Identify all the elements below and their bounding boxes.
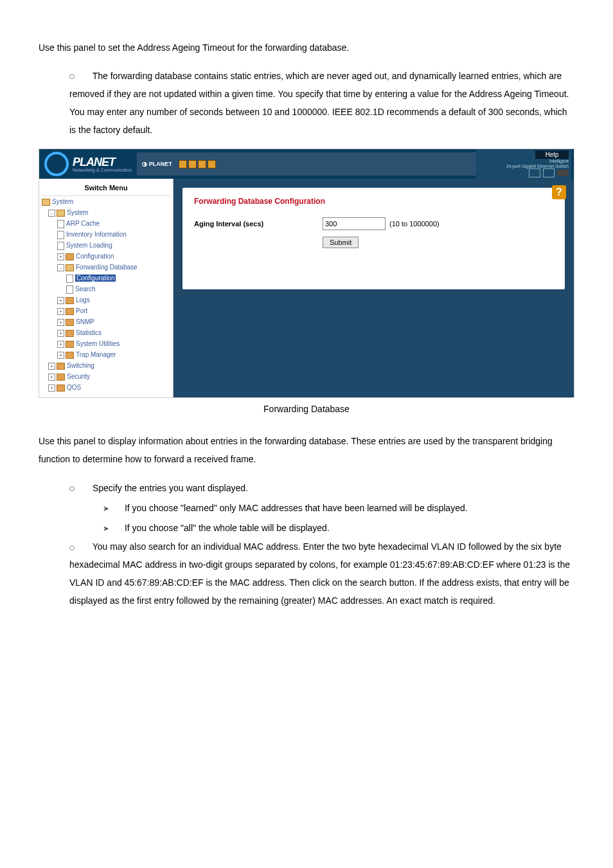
tree-security[interactable]: Security xyxy=(67,373,90,380)
bullet-mac-search: You may also search for an individual MA… xyxy=(69,538,574,610)
tree-fwd-search[interactable]: Search xyxy=(75,285,96,293)
folder-icon xyxy=(57,384,65,392)
panel-title: Forwarding Database Configuration xyxy=(194,197,553,206)
all-text: If you choose "all" the whole table will… xyxy=(122,523,330,533)
uplink-icon xyxy=(543,168,555,177)
tree-loading[interactable]: System Loading xyxy=(66,242,112,249)
expand-icon[interactable]: + xyxy=(48,363,55,370)
device-model-line1: Intelligent xyxy=(479,159,569,163)
bullet-icon xyxy=(69,486,75,491)
tree-configuration[interactable]: Configuration xyxy=(76,253,114,260)
brand-name: PLANET xyxy=(73,156,132,168)
bullet-ageing: The forwarding database contains static … xyxy=(69,67,574,139)
bullet-icon xyxy=(69,545,75,550)
page-icon xyxy=(66,275,73,283)
expand-icon[interactable]: + xyxy=(57,330,64,337)
nav-tree: System -System ARP Cache Inventory Infor… xyxy=(42,196,170,393)
folder-icon xyxy=(66,264,74,271)
tree-root[interactable]: System xyxy=(52,198,73,205)
bullet-text: The forwarding database contains static … xyxy=(69,71,569,135)
tree-trap[interactable]: Trap Manager xyxy=(76,351,116,358)
expand-icon[interactable]: + xyxy=(48,374,55,381)
tree-system[interactable]: System xyxy=(67,209,88,216)
tree-fwd-config-selected[interactable]: Configuration xyxy=(75,275,116,282)
brand-tagline: Networking & Communication xyxy=(73,168,132,172)
collapse-icon[interactable]: - xyxy=(48,210,55,217)
tree-inventory[interactable]: Inventory Information xyxy=(66,231,127,238)
brand-logo: PLANET Networking & Communication xyxy=(44,152,132,176)
console-icon xyxy=(557,170,569,176)
expand-icon[interactable]: + xyxy=(57,297,64,304)
device-model-line2: 24-port Gigabit Ethernet Switch xyxy=(479,164,569,168)
folder-icon xyxy=(66,253,74,260)
sub-bullet-learned: ➤ If you choose "learned" only MAC addre… xyxy=(103,498,574,518)
folder-icon xyxy=(66,341,74,348)
aging-interval-hint: (10 to 1000000) xyxy=(389,220,440,228)
tree-stats[interactable]: Statistics xyxy=(76,329,102,336)
folder-icon xyxy=(57,363,65,370)
folder-icon xyxy=(66,319,74,326)
page-icon xyxy=(57,220,64,228)
page-icon xyxy=(57,242,64,250)
content-area: ? Forwarding Database Configuration Agin… xyxy=(173,179,574,397)
help-link[interactable]: Help xyxy=(535,150,569,159)
page-icon xyxy=(66,285,73,294)
embedded-screenshot: PLANET Networking & Communication ◑ PLAN… xyxy=(39,149,574,397)
expand-icon[interactable]: + xyxy=(57,319,64,326)
tree-switching[interactable]: Switching xyxy=(67,362,94,369)
paragraph-search-intro: Use this panel to display information ab… xyxy=(39,432,574,468)
bullet-filter: Specify the entries you want displayed. xyxy=(69,478,574,498)
tree-logs[interactable]: Logs xyxy=(76,296,90,303)
switch-menu-sidebar: Switch Menu System -System ARP Cache Inv… xyxy=(39,179,173,397)
arrow-icon: ➤ xyxy=(103,500,109,517)
filter-text: Specify the entries you want displayed. xyxy=(90,483,248,493)
panel-mini-logo: ◑ PLANET xyxy=(142,161,172,167)
folder-icon xyxy=(66,352,74,359)
submit-button[interactable]: Submit xyxy=(323,237,359,248)
expand-icon[interactable]: + xyxy=(57,352,64,359)
expand-icon[interactable]: + xyxy=(48,384,55,392)
tree-port[interactable]: Port xyxy=(76,307,87,314)
tree-snmp[interactable]: SNMP xyxy=(76,318,94,325)
folder-icon xyxy=(66,308,74,315)
menu-title: Switch Menu xyxy=(42,183,170,196)
device-top-bar: PLANET Networking & Communication ◑ PLAN… xyxy=(39,149,574,179)
learned-text: If you choose "learned" only MAC address… xyxy=(122,503,468,513)
config-panel: Forwarding Database Configuration Aging … xyxy=(182,188,565,289)
mac-text: You may also search for an individual MA… xyxy=(69,541,570,606)
figure-caption: Forwarding Database xyxy=(39,404,574,414)
sub-bullet-all: ➤ If you choose "all" the whole table wi… xyxy=(103,518,574,538)
help-icon[interactable]: ? xyxy=(552,185,566,199)
logo-ring-icon xyxy=(44,152,69,176)
uplink-icon xyxy=(529,168,540,177)
folder-icon xyxy=(57,374,65,381)
expand-icon[interactable]: + xyxy=(57,253,64,260)
folder-icon xyxy=(57,210,65,217)
help-box: Help Intelligent 24-port Gigabit Etherne… xyxy=(476,149,571,179)
arrow-icon: ➤ xyxy=(103,520,109,537)
aging-interval-input[interactable] xyxy=(323,217,386,230)
folder-icon xyxy=(66,297,74,304)
port-group-yellow xyxy=(179,160,216,168)
paragraph-intro: Use this panel to set the Address Ageing… xyxy=(39,39,574,57)
expand-icon[interactable]: + xyxy=(57,308,64,315)
bullet-icon xyxy=(69,74,75,79)
expand-icon[interactable]: + xyxy=(57,341,64,348)
tree-utilities[interactable]: System Utilities xyxy=(76,340,120,347)
folder-icon xyxy=(42,199,50,206)
page-icon xyxy=(57,231,64,239)
tree-fwd-db[interactable]: Forwarding Database xyxy=(76,264,138,271)
folder-icon xyxy=(66,330,74,337)
tree-arp[interactable]: ARP Cache xyxy=(66,220,100,227)
tree-qos[interactable]: QOS xyxy=(67,384,81,391)
aging-interval-label: Aging Interval (secs) xyxy=(194,220,323,228)
collapse-icon[interactable]: - xyxy=(57,264,64,271)
